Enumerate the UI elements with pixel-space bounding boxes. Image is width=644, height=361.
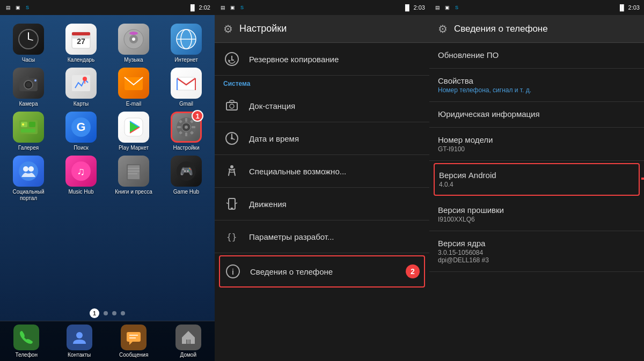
contacts-dock-icon: [67, 325, 92, 350]
status-bar-2: ▤ ▣ S ▐▌ 2:03: [215, 0, 429, 15]
playmarket-icon: [118, 112, 149, 143]
books-icon: [118, 156, 149, 187]
app-books[interactable]: Книги и пресса: [109, 156, 158, 202]
svg-rect-66: [187, 340, 190, 344]
settings-accessibility[interactable]: Специальные возможно...: [215, 155, 429, 188]
about-android-version[interactable]: Версия Android 4.0.4: [434, 163, 640, 196]
app-gmail[interactable]: Gmail: [162, 68, 210, 107]
settings-about[interactable]: i Сведения о телефоне 2: [219, 255, 425, 288]
notif-icon-3b: ▣: [443, 4, 451, 11]
settings-developer[interactable]: {} Параметры разработ...: [215, 220, 429, 253]
about-firmware[interactable]: Версия прошивки I9100XXLQ6: [429, 198, 644, 231]
music-icon: [118, 24, 149, 55]
settings-datetime[interactable]: Дата и время: [215, 122, 429, 155]
dock-icon: [223, 97, 240, 114]
signal-icon: ▐▌: [188, 4, 197, 11]
svg-point-39: [185, 126, 188, 129]
app-music[interactable]: Музыка: [109, 24, 158, 63]
svg-point-60: [76, 332, 83, 338]
maps-icon: [65, 68, 97, 99]
svg-rect-61: [127, 332, 141, 342]
calendar-icon: 27: [65, 24, 97, 55]
update-title: Обновление ПО: [438, 50, 635, 60]
camera-icon: [13, 68, 44, 99]
app-internet[interactable]: Интернет: [162, 24, 210, 63]
app-clock[interactable]: Часы: [4, 24, 53, 63]
app-social[interactable]: Социальный портал: [4, 156, 53, 202]
dock-contacts[interactable]: Контакты: [67, 325, 92, 358]
motion-label: Движения: [249, 200, 287, 209]
settings-dock[interactable]: Док-станция: [215, 90, 429, 122]
app-calendar[interactable]: 27 Календарь: [57, 24, 105, 63]
status-bar-right-2: ▐▌ 2:03: [403, 4, 425, 11]
about-header-title: Сведения о телефоне: [454, 24, 548, 34]
accessibility-icon: [223, 163, 240, 180]
svg-rect-42: [177, 126, 181, 128]
system-section-label: Система: [215, 76, 429, 90]
dock-home[interactable]: Домой: [175, 325, 201, 358]
svg-rect-18: [25, 76, 29, 79]
about-properties[interactable]: Свойства Номер телефона, сигнал и т. д.: [429, 69, 644, 102]
notification-icon-2: ▣: [14, 4, 21, 11]
svg-point-77: [230, 165, 233, 168]
accessibility-label: Специальные возможно...: [249, 167, 346, 176]
about-update[interactable]: Обновление ПО: [429, 43, 644, 69]
app-musichub[interactable]: ♫ Music Hub: [57, 156, 105, 202]
app-label-settings: Настройки: [173, 145, 199, 151]
app-settings[interactable]: 1 Настройки: [162, 112, 210, 151]
app-maps[interactable]: Карты: [57, 68, 105, 107]
about-kernel[interactable]: Версия ядра 3.0.15-1056084dpi@DELL168 #3: [429, 231, 644, 272]
app-label-internet: Интернет: [174, 57, 198, 63]
app-label-search: Поиск: [74, 145, 89, 151]
svg-point-72: [230, 100, 234, 102]
app-playmarket[interactable]: Play Маркет: [109, 112, 158, 151]
notif-icon-3a: ▤: [434, 4, 441, 11]
settings-badge: 1: [192, 110, 203, 122]
firmware-title: Версия прошивки: [438, 205, 635, 215]
model-value: GT-I9100: [438, 145, 635, 153]
developer-label: Параметры разработ...: [249, 232, 334, 241]
svg-rect-29: [29, 122, 35, 127]
signal-icon-2: ▐▌: [403, 4, 412, 11]
about-model[interactable]: Номер модели GT-I9100: [429, 128, 644, 161]
about-legal[interactable]: Юридическая информация: [429, 102, 644, 128]
time-display-3: 2:03: [628, 4, 640, 11]
svg-point-31: [22, 123, 24, 126]
settings-backup[interactable]: Резервное копирование: [215, 43, 429, 76]
red-arrow-annotation: [633, 171, 644, 189]
app-camera[interactable]: Камера: [4, 68, 53, 107]
app-search[interactable]: G Поиск: [57, 112, 105, 151]
clock-icon: [13, 24, 44, 55]
svg-point-49: [23, 166, 28, 172]
app-grid: Часы 27 Календарь: [0, 18, 215, 207]
social-icon: [13, 156, 44, 187]
about-list: Обновление ПО Свойства Номер телефона, с…: [429, 43, 644, 361]
firmware-value: I9100XXLQ6: [438, 216, 635, 223]
svg-rect-24: [177, 77, 195, 90]
svg-text:{}: {}: [226, 232, 237, 242]
dock-label-messages: Сообщения: [119, 352, 148, 358]
time-display-1: 2:02: [199, 4, 210, 11]
about-label: Сведения о телефоне: [250, 267, 333, 276]
app-gamehub[interactable]: 🎮 Game Hub: [162, 156, 210, 202]
svg-text:i: i: [232, 268, 234, 276]
svg-text:♫: ♫: [77, 165, 85, 177]
backup-label: Резервное копирование: [249, 55, 339, 64]
musichub-icon: ♫: [65, 156, 97, 187]
skype-icon-3: S: [453, 4, 460, 11]
dock-phone[interactable]: Телефон: [13, 325, 39, 358]
gmail-icon: [171, 68, 202, 99]
svg-rect-43: [192, 126, 195, 128]
app-email[interactable]: E-mail: [109, 68, 158, 107]
settings-app-icon: 1: [171, 112, 202, 143]
svg-point-50: [28, 166, 34, 172]
settings-motion[interactable]: Движения: [215, 188, 429, 220]
svg-point-19: [34, 79, 36, 82]
app-gallery[interactable]: Галерея: [4, 112, 53, 151]
developer-icon: {}: [223, 228, 240, 245]
svg-rect-5: [72, 32, 90, 35]
time-display-2: 2:03: [414, 4, 425, 11]
settings-list: Резервное копирование Система Док-станци…: [215, 43, 429, 361]
android-version-value: 4.0.4: [439, 181, 634, 188]
dock-messages[interactable]: Сообщения: [119, 325, 148, 358]
